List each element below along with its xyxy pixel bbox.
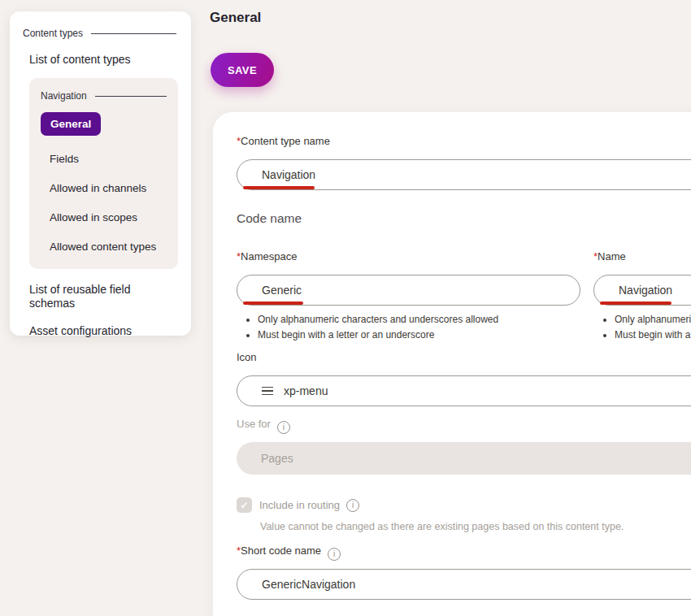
include-in-routing-row: ✓ Include in routing i — [237, 497, 691, 513]
spellcheck-underline — [243, 186, 315, 189]
content-types-sidebar: Content types List of content types Navi… — [10, 11, 191, 336]
content-type-name-label: *Content type name — [237, 135, 691, 150]
hint-item: Must begin with a letter or an underscor… — [258, 329, 580, 341]
sidebar-item-allowed-content-types[interactable]: Allowed content types — [50, 241, 168, 253]
checkbox-checked-disabled: ✓ — [237, 497, 252, 513]
spellcheck-underline — [243, 301, 303, 305]
sidebar-item-list-of-content-types[interactable]: List of content types — [29, 53, 178, 66]
sidebar-group-header: Content types — [23, 28, 178, 39]
short-code-name-label: *Short code namei — [237, 544, 691, 559]
icon-value: xp-menu — [284, 384, 328, 397]
namespace-field-wrap: Generic — [237, 275, 580, 306]
menu-icon — [262, 387, 273, 396]
namespace-hints: Only alphanumeric characters and undersc… — [237, 314, 580, 341]
name-field-wrap: Navigation — [593, 275, 691, 306]
hint-item: Must begin with a letter or an underscor… — [615, 329, 691, 341]
navigation-subgroup: Navigation General Fields Allowed in cha… — [29, 78, 178, 269]
hint-item: Only alphanumeric characters and undersc… — [615, 314, 691, 325]
include-in-routing-label: Include in routing — [259, 499, 340, 511]
save-button[interactable]: SAVE — [211, 53, 274, 87]
use-for-label: Use fori — [237, 418, 691, 432]
routing-note: Value cannot be changed as there are exi… — [260, 521, 691, 532]
subgroup-header: Navigation — [41, 90, 168, 102]
info-icon[interactable]: i — [328, 548, 341, 561]
code-name-heading: Code name — [237, 211, 691, 228]
spellcheck-underline — [600, 301, 671, 305]
namespace-label: *Namespace — [237, 250, 580, 265]
icon-field-wrap: xp-menu — [237, 375, 691, 406]
short-code-name-field-wrap: GenericNavigation — [237, 569, 691, 600]
page-title: General — [210, 10, 261, 26]
sidebar-item-allowed-in-scopes[interactable]: Allowed in scopes — [50, 211, 168, 223]
hint-item: Only alphanumeric characters and undersc… — [258, 314, 580, 325]
divider-line — [91, 33, 176, 34]
use-for-field-wrap: Pages — [237, 442, 691, 475]
sidebar-item-general[interactable]: General — [41, 112, 101, 136]
name-column: *Name Navigation Only alphanumeric chara… — [593, 250, 691, 345]
info-icon[interactable]: i — [346, 499, 359, 512]
divider-line — [95, 96, 167, 97]
sidebar-item-reusable-field-schemas[interactable]: List of reusable field schemas — [29, 283, 151, 310]
sidebar-item-fields[interactable]: Fields — [50, 153, 168, 165]
sidebar-item-allowed-in-channels[interactable]: Allowed in channels — [50, 182, 168, 194]
sidebar-group-label: Content types — [23, 28, 83, 39]
info-icon[interactable]: i — [277, 421, 290, 434]
name-hints: Only alphanumeric characters and undersc… — [593, 314, 691, 341]
subgroup-label: Navigation — [41, 90, 87, 102]
short-code-name-input[interactable]: GenericNavigation — [237, 569, 691, 600]
icon-input[interactable]: xp-menu — [237, 375, 691, 406]
name-label: *Name — [593, 250, 691, 265]
use-for-input-disabled: Pages — [237, 442, 691, 475]
code-name-grid: *Namespace Generic Only alphanumeric cha… — [237, 250, 691, 345]
namespace-column: *Namespace Generic Only alphanumeric cha… — [237, 250, 580, 345]
icon-label: Icon — [237, 351, 691, 366]
sidebar-item-asset-configurations[interactable]: Asset configurations — [29, 324, 178, 337]
content-type-name-field-wrap: Navigation — [237, 159, 691, 190]
general-settings-card: *Content type name Navigation Code name … — [213, 112, 691, 616]
